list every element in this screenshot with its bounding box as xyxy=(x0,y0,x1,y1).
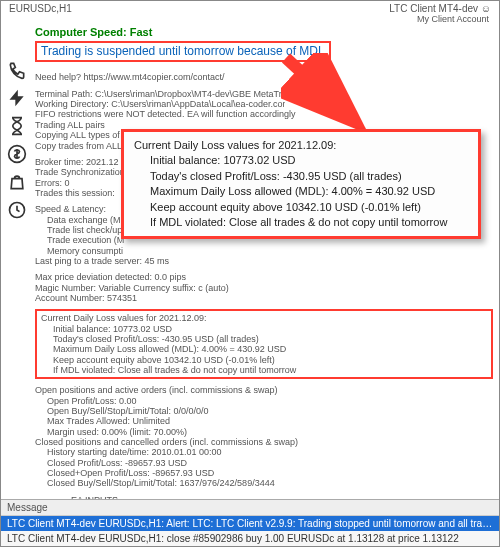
account-number: Account Number: 574351 xyxy=(35,293,493,303)
last-ping: Last ping to a trade server: 45 ms xyxy=(35,256,493,266)
closed-title: Closed positions and cancelled orders (i… xyxy=(35,437,493,447)
history-start: History starting date/time: 2010.01.01 0… xyxy=(35,447,493,457)
suspended-banner: Trading is suspended until tomorrow beca… xyxy=(35,41,331,63)
mdl-title: Current Daily Loss values for 2021.12.09… xyxy=(41,313,487,323)
closed-counts: Closed Buy/Sell/Stop/Limit/Total: 1637/9… xyxy=(35,478,493,488)
mdl-equity: Keep account equity above 10342.10 USD (… xyxy=(41,355,487,365)
dollar-icon xyxy=(7,144,31,166)
terminal-path: Terminal Path: C:\Users\riman\Dropbox\MT… xyxy=(35,89,285,99)
client-label: LTC Client MT4-dev ☺ xyxy=(389,3,491,14)
callout-l3: Maximum Daily Loss allowed (MDL): 4.00% … xyxy=(150,184,468,199)
journal-header[interactable]: Message xyxy=(1,500,499,516)
account-block: Max price deviation detected: 0.0 pips M… xyxy=(35,272,493,303)
memory: Memory consumpti xyxy=(35,246,493,256)
margin-used: Margin used: 0.00% (limit: 70.00%) xyxy=(35,427,493,437)
callout-l1: Initial balance: 10773.02 USD xyxy=(150,153,468,168)
open-counts: Open Buy/Sell/Stop/Limit/Total: 0/0/0/0/… xyxy=(35,406,493,416)
chart-header: EURUSDc,H1 LTC Client MT4-dev ☺ xyxy=(1,1,499,14)
fifo-line: FIFO restrictions were NOT detected. EA … xyxy=(35,109,493,119)
open-pl: Open Profit/Loss: 0.00 xyxy=(35,396,493,406)
closed-pl: Closed Profit/Loss: -89657.93 USD xyxy=(35,458,493,468)
my-client-account-link[interactable]: My Client Account xyxy=(417,14,489,24)
bolt-icon xyxy=(7,88,31,110)
mdl-closedpl: Today's closed Profit/Loss: -430.95 USD … xyxy=(41,334,487,344)
bag-icon xyxy=(7,172,31,194)
closed-open-pl: Closed+Open Profit/Loss: -89657.93 USD xyxy=(35,468,493,478)
journal-panel: Message LTC Client MT4-dev EURUSDc,H1: A… xyxy=(1,499,499,546)
journal-row-alert[interactable]: LTC Client MT4-dev EURUSDc,H1: Alert: LT… xyxy=(1,516,499,531)
working-dir: Working Directory: C:\Users\riman\AppDat… xyxy=(35,99,285,109)
computer-speed-label: Computer Speed: Fast xyxy=(35,26,493,39)
mdl-callout-box: Current Daily Loss values for 2021.12.09… xyxy=(121,129,481,239)
ea-panel: Computer Speed: Fast Trading is suspende… xyxy=(31,26,493,547)
sidebar-icons xyxy=(7,26,31,547)
mdl-inline-box: Current Daily Loss values for 2021.12.09… xyxy=(35,309,493,379)
hourglass-icon xyxy=(7,116,31,138)
callout-l5: If MDL violated: Close all trades & do n… xyxy=(150,215,468,230)
open-positions-block: Open positions and active orders (incl. … xyxy=(35,385,493,437)
phone-icon xyxy=(7,60,31,82)
max-deviation: Max price deviation detected: 0.0 pips xyxy=(35,272,493,282)
max-trades: Max Trades Allowed: Unlimited xyxy=(35,416,493,426)
open-title: Open positions and active orders (incl. … xyxy=(35,385,493,395)
help-link[interactable]: Need help? https://www.mt4copier.com/con… xyxy=(35,72,493,82)
journal-row-trade[interactable]: LTC Client MT4-dev EURUSDc,H1: close #85… xyxy=(1,531,499,546)
mdl-allowed: Maximum Daily Loss allowed (MDL): 4.00% … xyxy=(41,344,487,354)
mdl-initial: Initial balance: 10773.02 USD xyxy=(41,324,487,334)
callout-l4: Keep account equity above 10342.10 USD (… xyxy=(150,200,468,215)
callout-title: Current Daily Loss values for 2021.12.09… xyxy=(134,138,468,153)
magic-number: Magic Number: Variable Currency suffix: … xyxy=(35,283,493,293)
closed-positions-block: Closed positions and cancelled orders (i… xyxy=(35,437,493,489)
symbol-label: EURUSDc,H1 xyxy=(9,3,72,14)
clock-icon xyxy=(7,200,31,222)
mdl-action: If MDL violated: Close all trades & do n… xyxy=(41,365,487,375)
callout-l2: Today's closed Profit/Loss: -430.95 USD … xyxy=(150,169,468,184)
